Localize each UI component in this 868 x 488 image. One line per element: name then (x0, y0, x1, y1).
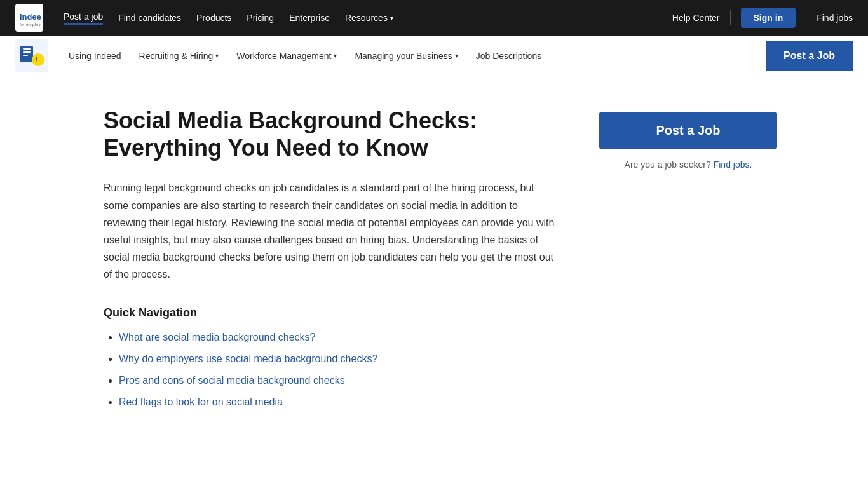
svg-rect-7 (23, 55, 28, 56)
top-nav-resources-dropdown[interactable]: Resources ▾ (345, 13, 393, 23)
quick-nav-link-3[interactable]: Pros and cons of social media background… (119, 375, 345, 386)
article: Social Media Background Checks: Everythi… (104, 107, 561, 416)
main-content: Social Media Background Checks: Everythi… (53, 76, 815, 447)
find-jobs-link[interactable]: Find jobs (817, 13, 853, 23)
help-center-link[interactable]: Help Center (672, 13, 720, 23)
recruiting-chevron-icon: ▾ (215, 52, 219, 59)
secondary-navigation: ! Using Indeed Recruiting & Hiring ▾ Wor… (0, 36, 868, 76)
secondary-nav-recruiting-dropdown[interactable]: Recruiting & Hiring ▾ (132, 46, 227, 66)
managing-chevron-icon: ▾ (455, 52, 458, 59)
indeed-logo[interactable]: indeed for employers (15, 4, 43, 32)
svg-text:!: ! (36, 57, 37, 64)
top-nav-links: Post a job Find candidates Products Pric… (64, 11, 393, 25)
svg-rect-6 (23, 51, 31, 53)
secondary-logo[interactable]: ! (15, 39, 48, 72)
sidebar-job-seeker-text: Are you a job seeker? Find jobs. (599, 159, 777, 170)
workforce-chevron-icon: ▾ (334, 52, 337, 59)
top-nav-enterprise[interactable]: Enterprise (289, 13, 330, 23)
top-nav-pricing[interactable]: Pricing (247, 13, 274, 23)
article-sidebar: Post a Job Are you a job seeker? Find jo… (599, 107, 777, 416)
svg-text:indeed: indeed (20, 12, 41, 22)
svg-text:for employers: for employers (20, 22, 41, 27)
secondary-nav-workforce-dropdown[interactable]: Workforce Management ▾ (229, 46, 344, 66)
article-title: Social Media Background Checks: Everythi… (104, 107, 561, 161)
resources-chevron-icon: ▾ (390, 15, 393, 22)
quick-nav-item: Red flags to look for on social media (119, 395, 561, 410)
secondary-post-job-button[interactable]: Post a Job (766, 41, 853, 71)
top-nav-post-job[interactable]: Post a job (64, 11, 103, 25)
sidebar-post-job-button[interactable]: Post a Job (599, 112, 777, 149)
sign-in-button[interactable]: Sign in (741, 8, 796, 28)
secondary-nav-using-indeed[interactable]: Using Indeed (61, 46, 129, 66)
quick-nav-item: Why do employers use social media backgr… (119, 351, 561, 367)
top-nav-right: Help Center Sign in Find jobs (672, 8, 853, 28)
svg-rect-4 (20, 46, 33, 62)
top-navigation: indeed for employers Post a job Find can… (0, 0, 868, 36)
sidebar-find-jobs-link[interactable]: Find jobs. (714, 159, 752, 170)
quick-nav-item: What are social media background checks? (119, 330, 561, 345)
quick-nav-item: Pros and cons of social media background… (119, 373, 561, 388)
nav-divider (730, 10, 731, 25)
quick-nav-link-1[interactable]: What are social media background checks? (119, 332, 316, 342)
svg-rect-5 (23, 48, 31, 50)
nav-divider-2 (806, 10, 806, 25)
svg-point-8 (32, 53, 44, 66)
quick-nav-title: Quick Navigation (104, 306, 561, 320)
secondary-nav-job-descriptions[interactable]: Job Descriptions (468, 46, 550, 66)
secondary-nav-managing-dropdown[interactable]: Managing your Business ▾ (347, 46, 465, 66)
article-intro: Running legal background checks on job c… (104, 179, 561, 283)
secondary-nav-left: ! Using Indeed Recruiting & Hiring ▾ Wor… (15, 39, 549, 72)
quick-navigation: Quick Navigation What are social media b… (104, 306, 561, 410)
quick-nav-link-4[interactable]: Red flags to look for on social media (119, 396, 283, 407)
top-nav-products[interactable]: Products (196, 13, 231, 23)
top-nav-find-candidates[interactable]: Find candidates (118, 13, 181, 23)
quick-nav-list: What are social media background checks?… (104, 330, 561, 410)
quick-nav-link-2[interactable]: Why do employers use social media backgr… (119, 353, 377, 364)
secondary-nav-links: Using Indeed Recruiting & Hiring ▾ Workf… (61, 46, 549, 66)
